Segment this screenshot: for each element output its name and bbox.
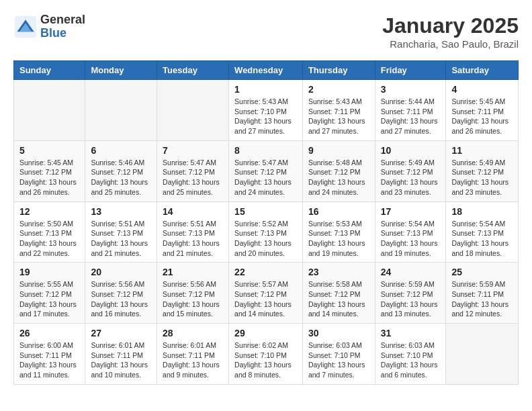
- calendar-cell: 2Sunrise: 5:43 AMSunset: 7:11 PMDaylight…: [302, 80, 375, 141]
- day-number: 5: [19, 145, 79, 156]
- day-info: Sunrise: 5:58 AMSunset: 7:12 PMDaylight:…: [308, 279, 369, 319]
- day-number: 23: [308, 267, 369, 277]
- calendar-cell: 29Sunrise: 6:02 AMSunset: 7:10 PMDayligh…: [229, 324, 303, 385]
- calendar-cell: 5Sunrise: 5:45 AMSunset: 7:12 PMDaylight…: [14, 140, 85, 201]
- day-number: 21: [163, 267, 223, 277]
- calendar-cell: 30Sunrise: 6:03 AMSunset: 7:10 PMDayligh…: [302, 324, 375, 385]
- day-number: 19: [19, 267, 79, 277]
- day-info: Sunrise: 5:53 AMSunset: 7:13 PMDaylight:…: [308, 219, 369, 259]
- day-number: 31: [381, 328, 441, 338]
- day-info: Sunrise: 5:54 AMSunset: 7:13 PMDaylight:…: [381, 219, 441, 259]
- calendar-cell: 23Sunrise: 5:58 AMSunset: 7:12 PMDayligh…: [302, 263, 375, 324]
- day-number: 25: [451, 267, 513, 277]
- calendar-cell: 10Sunrise: 5:49 AMSunset: 7:12 PMDayligh…: [375, 140, 446, 201]
- calendar-cell: 9Sunrise: 5:48 AMSunset: 7:12 PMDaylight…: [302, 140, 375, 201]
- calendar-cell: [446, 324, 519, 385]
- day-info: Sunrise: 5:55 AMSunset: 7:12 PMDaylight:…: [19, 279, 79, 319]
- calendar-header-row: SundayMondayTuesdayWednesdayThursdayFrid…: [14, 61, 519, 80]
- calendar-week-row: 1Sunrise: 5:43 AMSunset: 7:10 PMDaylight…: [14, 80, 519, 141]
- day-info: Sunrise: 5:50 AMSunset: 7:13 PMDaylight:…: [19, 219, 79, 259]
- day-number: 16: [308, 206, 369, 217]
- day-number: 7: [163, 145, 223, 156]
- weekday-header-sunday: Sunday: [14, 61, 85, 80]
- day-number: 11: [451, 145, 513, 156]
- calendar-cell: 24Sunrise: 5:59 AMSunset: 7:12 PMDayligh…: [375, 263, 446, 324]
- calendar-cell: 22Sunrise: 5:57 AMSunset: 7:12 PMDayligh…: [229, 263, 303, 324]
- calendar-cell: 14Sunrise: 5:51 AMSunset: 7:13 PMDayligh…: [157, 201, 229, 263]
- logo-blue-text: Blue: [40, 26, 66, 40]
- calendar-cell: 31Sunrise: 6:03 AMSunset: 7:10 PMDayligh…: [375, 324, 446, 385]
- day-number: 2: [308, 84, 369, 95]
- day-number: 13: [91, 206, 151, 217]
- day-info: Sunrise: 5:59 AMSunset: 7:11 PMDaylight:…: [451, 279, 513, 319]
- weekday-header-wednesday: Wednesday: [229, 61, 303, 80]
- calendar-cell: 19Sunrise: 5:55 AMSunset: 7:12 PMDayligh…: [14, 263, 85, 324]
- day-info: Sunrise: 5:48 AMSunset: 7:12 PMDaylight:…: [308, 158, 369, 197]
- weekday-header-saturday: Saturday: [446, 61, 519, 80]
- calendar-cell: 7Sunrise: 5:47 AMSunset: 7:12 PMDaylight…: [157, 140, 229, 201]
- calendar-cell: 28Sunrise: 6:01 AMSunset: 7:11 PMDayligh…: [157, 324, 229, 385]
- calendar-cell: [14, 80, 85, 141]
- calendar-cell: 3Sunrise: 5:44 AMSunset: 7:11 PMDaylight…: [375, 80, 446, 141]
- calendar-cell: 8Sunrise: 5:47 AMSunset: 7:12 PMDaylight…: [229, 140, 303, 201]
- day-number: 6: [91, 145, 151, 156]
- calendar-cell: 6Sunrise: 5:46 AMSunset: 7:12 PMDaylight…: [85, 140, 157, 201]
- weekday-header-thursday: Thursday: [302, 61, 375, 80]
- day-number: 26: [19, 328, 79, 338]
- day-info: Sunrise: 5:56 AMSunset: 7:12 PMDaylight:…: [91, 279, 151, 319]
- calendar-cell: 26Sunrise: 6:00 AMSunset: 7:11 PMDayligh…: [14, 324, 85, 385]
- day-number: 22: [234, 267, 297, 277]
- day-number: 17: [381, 206, 441, 217]
- day-info: Sunrise: 6:01 AMSunset: 7:11 PMDaylight:…: [163, 340, 223, 380]
- day-number: 24: [381, 267, 441, 277]
- day-number: 14: [163, 206, 223, 217]
- calendar-cell: 16Sunrise: 5:53 AMSunset: 7:13 PMDayligh…: [302, 201, 375, 263]
- calendar-cell: 27Sunrise: 6:01 AMSunset: 7:11 PMDayligh…: [85, 324, 157, 385]
- calendar-cell: 12Sunrise: 5:50 AMSunset: 7:13 PMDayligh…: [14, 201, 85, 263]
- day-info: Sunrise: 5:45 AMSunset: 7:12 PMDaylight:…: [19, 158, 79, 197]
- day-number: 10: [381, 145, 441, 156]
- day-info: Sunrise: 5:44 AMSunset: 7:11 PMDaylight:…: [381, 97, 441, 136]
- day-info: Sunrise: 5:57 AMSunset: 7:12 PMDaylight:…: [234, 279, 297, 319]
- calendar-cell: 21Sunrise: 5:56 AMSunset: 7:12 PMDayligh…: [157, 263, 229, 324]
- day-number: 8: [234, 145, 297, 156]
- calendar-cell: 1Sunrise: 5:43 AMSunset: 7:10 PMDaylight…: [229, 80, 303, 141]
- day-info: Sunrise: 6:03 AMSunset: 7:10 PMDaylight:…: [381, 340, 441, 380]
- weekday-header-tuesday: Tuesday: [157, 61, 229, 80]
- day-number: 30: [308, 328, 369, 338]
- day-number: 4: [451, 84, 513, 95]
- day-info: Sunrise: 6:02 AMSunset: 7:10 PMDaylight:…: [234, 340, 297, 380]
- day-info: Sunrise: 5:46 AMSunset: 7:12 PMDaylight:…: [91, 158, 151, 197]
- day-number: 28: [163, 328, 223, 338]
- calendar-cell: 20Sunrise: 5:56 AMSunset: 7:12 PMDayligh…: [85, 263, 157, 324]
- day-info: Sunrise: 5:47 AMSunset: 7:12 PMDaylight:…: [163, 158, 223, 197]
- logo-general-text: General: [40, 13, 85, 26]
- day-info: Sunrise: 5:51 AMSunset: 7:13 PMDaylight:…: [163, 219, 223, 259]
- calendar-week-row: 12Sunrise: 5:50 AMSunset: 7:13 PMDayligh…: [14, 201, 519, 263]
- calendar-cell: 25Sunrise: 5:59 AMSunset: 7:11 PMDayligh…: [446, 263, 519, 324]
- day-info: Sunrise: 5:43 AMSunset: 7:10 PMDaylight:…: [234, 97, 297, 136]
- calendar-cell: 4Sunrise: 5:45 AMSunset: 7:11 PMDaylight…: [446, 80, 519, 141]
- calendar-cell: 13Sunrise: 5:51 AMSunset: 7:13 PMDayligh…: [85, 201, 157, 263]
- day-number: 27: [91, 328, 151, 338]
- day-number: 29: [234, 328, 297, 338]
- day-info: Sunrise: 6:01 AMSunset: 7:11 PMDaylight:…: [91, 340, 151, 380]
- calendar-cell: [157, 80, 229, 141]
- calendar-week-row: 5Sunrise: 5:45 AMSunset: 7:12 PMDaylight…: [14, 140, 519, 201]
- day-info: Sunrise: 5:54 AMSunset: 7:13 PMDaylight:…: [451, 219, 513, 259]
- month-title: January 2025: [382, 13, 519, 38]
- calendar-week-row: 26Sunrise: 6:00 AMSunset: 7:11 PMDayligh…: [14, 324, 519, 385]
- day-number: 3: [381, 84, 441, 95]
- calendar-cell: 17Sunrise: 5:54 AMSunset: 7:13 PMDayligh…: [375, 201, 446, 263]
- day-info: Sunrise: 5:59 AMSunset: 7:12 PMDaylight:…: [381, 279, 441, 319]
- calendar-cell: 18Sunrise: 5:54 AMSunset: 7:13 PMDayligh…: [446, 201, 519, 263]
- day-info: Sunrise: 5:51 AMSunset: 7:13 PMDaylight:…: [91, 219, 151, 259]
- day-number: 15: [234, 206, 297, 217]
- calendar-week-row: 19Sunrise: 5:55 AMSunset: 7:12 PMDayligh…: [14, 263, 519, 324]
- title-block: January 2025 Rancharia, Sao Paulo, Brazi…: [382, 13, 519, 50]
- day-number: 20: [91, 267, 151, 277]
- logo-icon: [13, 15, 38, 39]
- logo: General Blue: [13, 13, 85, 40]
- calendar-cell: 11Sunrise: 5:49 AMSunset: 7:12 PMDayligh…: [446, 140, 519, 201]
- weekday-header-monday: Monday: [85, 61, 157, 80]
